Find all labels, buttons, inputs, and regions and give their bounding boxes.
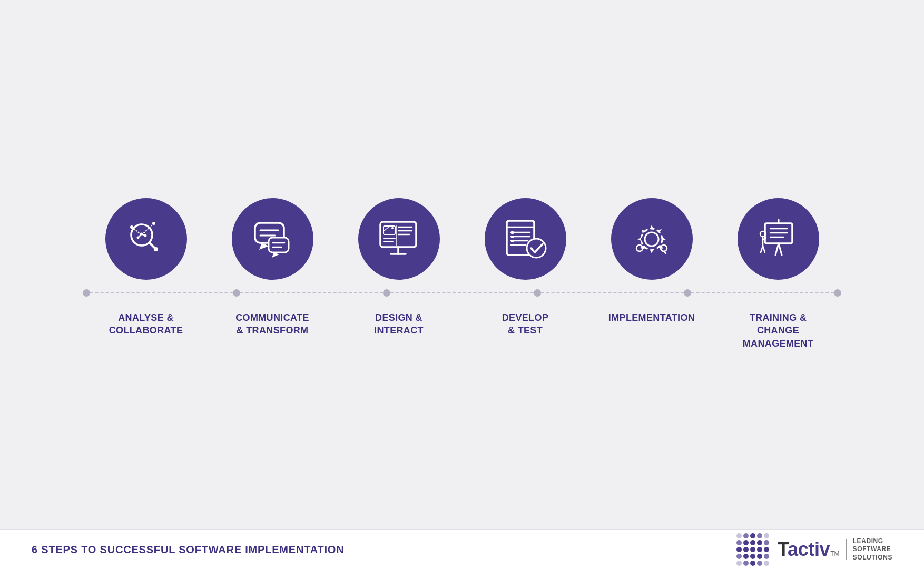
svg-line-47	[664, 251, 666, 253]
label-implementation: IMPLEMENTATION	[588, 297, 715, 324]
communicate-label: COMMUNICATE & TRANSFORM	[235, 311, 309, 337]
svg-point-41	[645, 232, 658, 246]
timeline-segment-4	[534, 289, 684, 297]
logo-dot	[750, 533, 755, 538]
step-analyse	[83, 198, 209, 280]
label-training: TRAINING & CHANGE MANAGEMENT	[715, 297, 841, 350]
svg-point-24	[391, 227, 394, 229]
logo-dot	[764, 561, 769, 566]
timeline-segment-2	[233, 289, 383, 297]
develop-icon	[502, 215, 549, 263]
logo-divider	[846, 539, 847, 560]
logo-dot	[743, 540, 749, 545]
footer: 6 STEPS TO SUCCESSFUL SOFTWARE IMPLEMENT…	[0, 529, 924, 569]
logo-dot	[764, 547, 769, 552]
communicate-icon	[249, 215, 296, 263]
step-communicate	[209, 198, 336, 280]
logo-dot	[750, 540, 755, 545]
svg-rect-38	[511, 236, 514, 238]
logo-dot	[736, 554, 742, 559]
timeline-segment-5	[684, 289, 834, 297]
logo-area: Tactiv TM LEADING SOFTWARE SOLUTIONS	[736, 533, 892, 566]
logo-dot	[757, 540, 762, 545]
svg-rect-15	[269, 238, 289, 252]
svg-rect-37	[511, 231, 514, 234]
timeline-dot-5	[684, 289, 691, 297]
implementation-icon	[628, 215, 675, 263]
logo-dot	[757, 554, 762, 559]
logo-dot	[743, 554, 749, 559]
logo-brand-area: Tactiv TM	[778, 538, 840, 561]
timeline-dash-4	[541, 292, 684, 293]
timeline-dash-2	[240, 292, 383, 293]
implementation-circle	[611, 198, 693, 280]
svg-line-59	[763, 246, 765, 252]
logo-dot	[764, 554, 769, 559]
footer-title: 6 STEPS TO SUCCESSFUL SOFTWARE IMPLEMENT…	[32, 544, 344, 556]
design-icon	[375, 215, 422, 263]
logo-text-area: Tactiv TM LEADING SOFTWARE SOLUTIONS	[778, 537, 892, 562]
timeline-dash-3	[390, 292, 533, 293]
svg-point-7	[154, 247, 158, 251]
svg-line-52	[775, 243, 779, 255]
timeline-dash-1	[90, 292, 233, 293]
timeline-dot-1	[83, 289, 90, 297]
design-circle	[358, 198, 440, 280]
step-design	[336, 198, 462, 280]
step-develop	[462, 198, 588, 280]
timeline-dash-5	[691, 292, 834, 293]
logo-dot	[750, 554, 755, 559]
logo-dot	[750, 561, 755, 566]
analyse-circle	[105, 198, 187, 280]
training-circle	[738, 198, 819, 280]
svg-point-40	[527, 239, 546, 258]
timeline-dot-6	[834, 289, 841, 297]
logo-dot	[743, 547, 749, 552]
steps-labels-row: ANALYSE & COLLABORATE COMMUNICATE & TRAN…	[83, 297, 841, 350]
design-label: DESIGN & INTERACT	[374, 311, 424, 337]
timeline-segment-1	[83, 289, 233, 297]
logo-dot	[743, 533, 749, 538]
logo-dot	[757, 561, 762, 566]
communicate-circle	[232, 198, 313, 280]
logo-dot	[764, 533, 769, 538]
develop-circle	[485, 198, 566, 280]
steps-icons-row	[83, 198, 841, 280]
label-design: DESIGN & INTERACT	[336, 297, 462, 337]
svg-line-53	[779, 243, 782, 255]
logo-dot	[736, 561, 742, 566]
analyse-label: ANALYSE & COLLABORATE	[109, 311, 183, 337]
timeline-dot-3	[383, 289, 390, 297]
main-content: ANALYSE & COLLABORATE COMMUNICATE & TRAN…	[0, 0, 924, 569]
logo-dots	[736, 533, 769, 566]
timeline-dot-4	[534, 289, 541, 297]
label-develop: DEVELOP & TEST	[462, 297, 588, 337]
logo-dot	[757, 533, 762, 538]
timeline-dot-2	[233, 289, 240, 297]
label-communicate: COMMUNICATE & TRANSFORM	[209, 297, 336, 337]
analyse-icon	[122, 215, 170, 263]
logo-dot	[750, 547, 755, 552]
timeline-segment-3	[383, 289, 533, 297]
training-label: TRAINING & CHANGE MANAGEMENT	[743, 311, 814, 350]
svg-line-23	[384, 226, 390, 231]
step-training	[715, 198, 841, 280]
logo-dot	[736, 540, 742, 545]
logo-dot	[736, 547, 742, 552]
logo-brand-text: Tactiv	[778, 538, 830, 561]
logo-trademark: TM	[830, 550, 839, 557]
logo-subtitle: LEADING SOFTWARE SOLUTIONS	[853, 537, 892, 562]
logo-dot	[743, 561, 749, 566]
svg-rect-39	[511, 240, 514, 242]
step-implementation	[588, 198, 715, 280]
develop-label: DEVELOP & TEST	[502, 311, 549, 337]
training-icon	[754, 215, 802, 263]
label-analyse: ANALYSE & COLLABORATE	[83, 297, 209, 337]
logo-dot	[764, 540, 769, 545]
logo-dot	[757, 547, 762, 552]
implementation-label: IMPLEMENTATION	[608, 311, 695, 324]
timeline-row	[83, 289, 841, 297]
logo-dot	[736, 533, 742, 538]
